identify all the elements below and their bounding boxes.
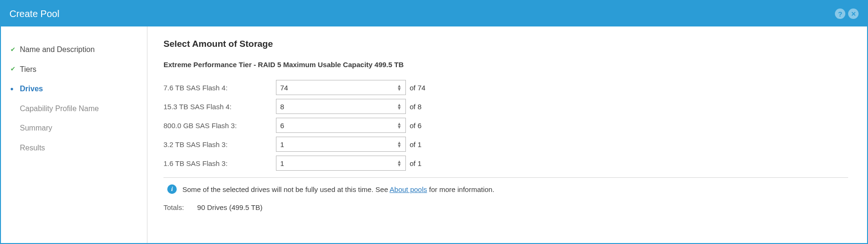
stepper-arrows-icon[interactable]: ▲▼	[397, 84, 402, 91]
close-icon[interactable]: ✕	[848, 9, 859, 19]
drive-max: of 1	[406, 159, 421, 167]
titlebar: Create Pool ? ✕	[1, 1, 867, 26]
drive-count-value: 6	[280, 122, 397, 130]
drive-row: 7.6 TB SAS Flash 4: 74 ▲▼ of 74	[163, 78, 848, 97]
info-text: Some of the selected drives will not be …	[182, 185, 494, 193]
step-drives[interactable]: • Drives	[1, 79, 147, 99]
drive-count-value: 8	[280, 103, 397, 111]
drive-rows: 7.6 TB SAS Flash 4: 74 ▲▼ of 74 15.3 TB …	[163, 78, 848, 173]
drive-count-stepper[interactable]: 1 ▲▼	[276, 156, 406, 171]
check-icon: ✔	[10, 64, 16, 74]
step-label: Capability Profile Name	[20, 105, 99, 113]
step-label: Drives	[20, 85, 43, 93]
stepper-arrows-icon[interactable]: ▲▼	[397, 141, 402, 148]
drive-label: 800.0 GB SAS Flash 3:	[163, 122, 276, 130]
step-tiers[interactable]: ✔ Tiers	[1, 60, 147, 79]
step-label: Results	[20, 144, 45, 152]
create-pool-dialog: Create Pool ? ✕ ✔ Name and Description ✔…	[0, 0, 868, 244]
stepper-arrows-icon[interactable]: ▲▼	[397, 122, 402, 129]
drive-label: 1.6 TB SAS Flash 3:	[163, 159, 276, 167]
totals-row: Totals: 90 Drives (499.5 TB)	[163, 203, 848, 211]
drive-count-stepper[interactable]: 74 ▲▼	[276, 80, 406, 95]
drive-max: of 74	[406, 84, 425, 92]
page-title: Select Amount of Storage	[163, 39, 848, 49]
drive-count-stepper[interactable]: 6 ▲▼	[276, 118, 406, 133]
drive-max: of 6	[406, 122, 421, 130]
info-message: i Some of the selected drives will not b…	[163, 178, 848, 200]
drive-label: 15.3 TB SAS Flash 4:	[163, 103, 276, 111]
drive-label: 3.2 TB SAS Flash 3:	[163, 140, 276, 148]
drive-row: 3.2 TB SAS Flash 3: 1 ▲▼ of 1	[163, 135, 848, 154]
step-summary: Summary	[1, 118, 147, 138]
help-icon[interactable]: ?	[835, 9, 845, 19]
check-icon: ✔	[10, 44, 16, 54]
titlebar-actions: ? ✕	[835, 9, 859, 19]
stepper-arrows-icon[interactable]: ▲▼	[397, 103, 402, 110]
stepper-arrows-icon[interactable]: ▲▼	[397, 160, 402, 166]
dialog-body: ✔ Name and Description ✔ Tiers • Drives …	[1, 26, 867, 243]
info-icon: i	[167, 184, 177, 194]
drive-row: 1.6 TB SAS Flash 3: 1 ▲▼ of 1	[163, 154, 848, 173]
drive-row: 15.3 TB SAS Flash 4: 8 ▲▼ of 8	[163, 97, 848, 116]
tier-summary: Extreme Performance Tier - RAID 5 Maximu…	[163, 61, 848, 69]
totals-label: Totals:	[163, 203, 184, 211]
drive-count-stepper[interactable]: 1 ▲▼	[276, 137, 406, 152]
step-capability-profile: Capability Profile Name	[1, 99, 147, 119]
main-panel: Select Amount of Storage Extreme Perform…	[147, 26, 867, 243]
drive-count-value: 1	[280, 140, 397, 148]
step-label: Name and Description	[20, 45, 95, 53]
drive-count-value: 1	[280, 159, 397, 167]
step-results: Results	[1, 138, 147, 158]
drive-count-value: 74	[280, 84, 397, 92]
drive-label: 7.6 TB SAS Flash 4:	[163, 84, 276, 92]
step-label: Summary	[20, 124, 52, 132]
about-pools-link[interactable]: About pools	[390, 185, 427, 193]
drive-count-stepper[interactable]: 8 ▲▼	[276, 99, 406, 114]
drive-max: of 8	[406, 103, 421, 111]
drive-row: 800.0 GB SAS Flash 3: 6 ▲▼ of 6	[163, 116, 848, 135]
drive-max: of 1	[406, 140, 421, 148]
totals-value: 90 Drives (499.5 TB)	[197, 203, 262, 211]
wizard-steps: ✔ Name and Description ✔ Tiers • Drives …	[1, 26, 147, 243]
step-label: Tiers	[20, 65, 36, 73]
dialog-title: Create Pool	[9, 9, 60, 19]
step-name-description[interactable]: ✔ Name and Description	[1, 40, 147, 60]
